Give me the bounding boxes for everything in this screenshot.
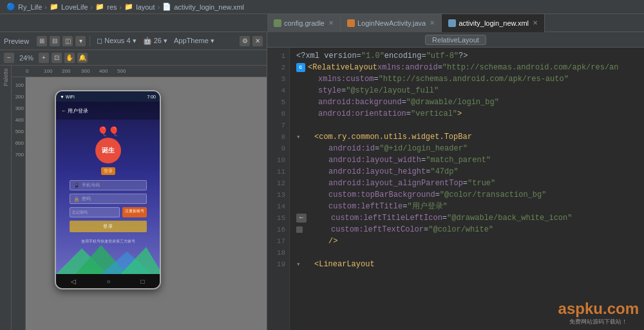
tab-config-label: config.gradle [284, 19, 325, 27]
tab-login-close[interactable]: ✕ [430, 19, 435, 26]
breadcrumb-icon-5: 📄 [162, 3, 171, 11]
tab-login-label: LoginNewActivity.java [357, 19, 426, 27]
tab-bar: config.gradle ✕ LoginNewActivity.java ✕ … [0, 14, 644, 32]
tab-config-close[interactable]: ✕ [328, 19, 334, 26]
code-line-12: android:layout_alignParentTop = "true" [296, 178, 644, 189]
ruler-top: 0 100 200 300 400 500 [12, 66, 267, 77]
phone-status-bar: ▼ WiFi 7:00 [56, 91, 160, 102]
palette-label: Palette [3, 68, 9, 86]
bell-icon[interactable]: 🔔 [77, 53, 88, 63]
code-line-5: android:background = "@drawable/login_bg… [296, 96, 644, 108]
tab-login[interactable]: LoginNewActivity.java ✕ [341, 14, 442, 32]
preview-label: Preview [4, 37, 29, 45]
app-header: ← 用户登录 [56, 102, 160, 120]
code-line-10: android:layout_width = "match_parent" [296, 154, 644, 166]
editor-title-bar: RelativeLayout [267, 32, 644, 48]
app-content: 🎈🎈 诞生 登录 📱 [56, 120, 160, 244]
code-line-2: c <RelativeLayout xmlns:android = "http:… [296, 62, 644, 73]
forgot-btn[interactable]: 忘记密码 [70, 207, 120, 217]
action-row: 忘记密码 注册新账号 [70, 207, 147, 217]
theme-arrow: ▾ [211, 37, 214, 44]
breadcrumb-item-4[interactable]: layout [136, 3, 155, 11]
pwd-placeholder: 密码 [82, 196, 91, 202]
api-arrow: ▾ [164, 37, 167, 44]
register-btn[interactable]: 注册新账号 [122, 207, 147, 217]
nexus-arrow: ▾ [133, 37, 137, 44]
palette-sidebar: Palette [0, 66, 12, 330]
nexus-selector[interactable]: ◻ Nexus 4 ▾ [97, 37, 136, 45]
grid-icon-1[interactable]: ⊞ [37, 36, 47, 46]
code-line-17: /> [296, 235, 644, 247]
pan-icon[interactable]: ✋ [64, 53, 75, 63]
back-arrow: ← 用户登录 [61, 107, 88, 115]
breadcrumb-bar: 🔵 Ry_Life › 📁 LoveLife › 📁 res › 📁 layou… [0, 0, 644, 14]
tab-xml[interactable]: activity_login_new.xml ✕ [442, 14, 545, 32]
code-line-11: android:layout_height = "47dp" [296, 166, 644, 178]
code-line-19: ▾ <LinearLayout [296, 259, 644, 270]
line-numbers: 1 2 3 4 5 6 7 8 9 10 11 12 13 14 15 16 1… [267, 48, 290, 330]
breadcrumb-icon-4: 📁 [124, 3, 133, 11]
main-area: Preview ⊞ ⊟ ◫ ▾ ◻ Nexus 4 ▾ 🤖 26 ▾ AppTh… [0, 32, 644, 330]
toolbar-separator [90, 36, 90, 46]
ruler-left: 100 200 300 400 500 600 700 [12, 77, 26, 330]
api-selector[interactable]: 🤖 26 ▾ [143, 37, 167, 45]
code-line-14: custom:leftTitle = "用户登录" [296, 201, 644, 212]
code-line-7 [296, 120, 644, 131]
theme-text: AppTheme [174, 37, 209, 44]
code-line-1: <?xml version="1.0" encoding="utf-8"?> [296, 50, 644, 62]
breadcrumb-item-2[interactable]: LoveLife [61, 3, 88, 11]
breadcrumb-icon-1: 🔵 [6, 3, 15, 11]
breadcrumb-item-3[interactable]: res [107, 3, 117, 11]
password-input[interactable]: 🔒 密码 [70, 194, 147, 204]
settings-icon[interactable]: ⚙ [240, 36, 250, 46]
login-button[interactable]: 登 录 [70, 221, 147, 232]
tab-xml-close[interactable]: ✕ [533, 19, 538, 26]
code-line-4: style = "@style/layout_full" [296, 85, 644, 96]
code-editor: RelativeLayout 1 2 3 4 5 6 7 8 9 10 11 1… [267, 32, 644, 330]
nav-recent-btn[interactable]: □ [140, 278, 144, 285]
breadcrumb-item-1[interactable]: Ry_Life [18, 3, 42, 11]
square-icon [296, 226, 303, 233]
app-logo: 诞生 [95, 138, 121, 163]
left-panel: Preview ⊞ ⊟ ◫ ▾ ◻ Nexus 4 ▾ 🤖 26 ▾ AppTh… [0, 32, 267, 330]
grid-icon-2[interactable]: ⊟ [50, 36, 60, 46]
code-line-8: ▾ <com.ry.common.utils.widget.TopBar [296, 131, 644, 143]
zoom-plus-icon[interactable]: + [39, 53, 49, 63]
code-line-15: ← custom:leftTitleLeftIcon = "@drawable/… [296, 212, 644, 224]
zoom-toolbar: − 24% + ⊡ ✋ 🔔 [0, 50, 267, 66]
fit-icon[interactable]: ⊡ [52, 53, 62, 63]
code-line-18 [296, 247, 644, 259]
grid-icon-3[interactable]: ◫ [62, 36, 73, 46]
phone-placeholder: 手机号码 [82, 182, 100, 188]
nexus-label: ◻ [97, 37, 104, 44]
api-icon: 🤖 [143, 37, 154, 44]
breadcrumb-item-5[interactable]: activity_login_new.xml [174, 3, 244, 11]
fold-icon-8[interactable]: ▾ [296, 131, 305, 143]
dropdown-icon[interactable]: ▾ [75, 36, 86, 46]
login-btn-label: 登 录 [103, 223, 113, 230]
balloons-icon: 🎈🎈 [97, 126, 119, 136]
canvas-area: ▼ WiFi 7:00 ← 用户登录 🎈🎈 [26, 77, 267, 330]
code-content: 1 2 3 4 5 6 7 8 9 10 11 12 13 14 15 16 1… [267, 48, 644, 330]
zoom-minus-icon[interactable]: − [4, 53, 14, 63]
lock-icon: 🔒 [73, 196, 80, 202]
nav-back-btn[interactable]: ◁ [71, 278, 76, 285]
arrow-left-btn[interactable]: ← [296, 214, 307, 223]
status-time-right: 7:00 [147, 95, 156, 99]
phone-input[interactable]: 📱 手机号码 [70, 180, 147, 190]
nav-home-btn[interactable]: ○ [106, 278, 110, 285]
fold-icon-19[interactable]: ▾ [296, 259, 305, 270]
close-preview-icon[interactable]: ✕ [252, 36, 263, 46]
mountains-decoration [56, 242, 160, 274]
phone-screen: ← 用户登录 🎈🎈 诞生 [56, 102, 160, 274]
theme-selector[interactable]: AppTheme ▾ [174, 37, 214, 45]
api-text: 26 [154, 37, 162, 44]
nexus-text: Nexus 4 [104, 37, 130, 44]
java-icon [347, 19, 355, 27]
phone-mockup: ▼ WiFi 7:00 ← 用户登录 🎈🎈 [55, 90, 161, 289]
c-marker: c [296, 63, 305, 72]
code-line-9: android:id = "@+id/login_header" [296, 143, 644, 154]
breadcrumb-icon-2: 📁 [50, 3, 59, 11]
tab-config[interactable]: config.gradle ✕ [267, 14, 341, 32]
xml-icon [448, 19, 456, 27]
